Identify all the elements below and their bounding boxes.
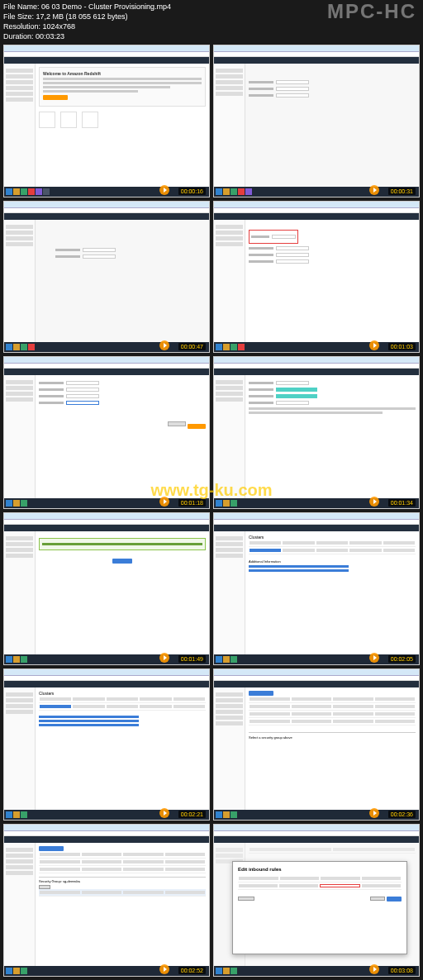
play-icon [159,653,169,663]
password-input [83,248,116,252]
timestamp: 00:01:34 [388,499,416,507]
database-name-input [276,80,309,84]
vpc-security-group-select [276,388,317,392]
timestamp: 00:02:36 [388,811,416,818]
play-icon [159,964,169,974]
manage-icon [60,112,77,128]
thumbnail[interactable]: 00:00:31 [213,45,420,197]
thumbnails-grid: Welcome to Amazon Redshift 00:00:16 [3,45,420,977]
timestamp: 00:00:47 [178,343,206,350]
aws-nav [4,57,209,64]
load-query-icon [82,112,98,128]
timestamp: 00:01:03 [388,343,416,350]
timestamp: 00:02:21 [178,811,206,818]
timestamp: 00:03:08 [388,967,416,974]
node-type-select [272,235,296,239]
edit-button [39,885,50,889]
page-title: Welcome to Amazon Redshift [43,71,202,76]
play-icon [369,185,379,195]
close-button [112,559,132,564]
continue-button [188,424,206,429]
play-icon [369,964,379,974]
play-icon [369,653,379,663]
play-icon [159,497,169,507]
sidebar [4,64,36,187]
thumbnail[interactable]: 00:01:49 [3,512,210,665]
timestamp: 00:00:31 [388,188,416,195]
thumbnail[interactable]: Security Group: sg-deeeaba 00:02:52 [3,824,210,977]
thumbnail[interactable]: 00:00:47 [3,201,210,354]
timestamp: 00:02:52 [178,967,206,974]
browser-chrome [4,45,209,52]
file-info-panel: File Name: 06 03 Demo - Cluster Provisio… [3,2,171,41]
thumbnail[interactable]: 00:01:34 [213,356,420,509]
play-icon [369,497,379,507]
thumbnail[interactable]: Welcome to Amazon Redshift 00:00:16 [3,45,210,197]
previous-button [168,421,186,426]
thumbnail[interactable]: 00:01:03 [213,201,420,354]
thumbnail[interactable]: Select a security group above 00:02:36 [213,668,420,821]
create-cluster-icon [39,112,55,128]
save-button [387,897,402,902]
timestamp: 00:01:49 [178,655,206,663]
play-icon [159,185,169,195]
timestamp: 00:01:18 [178,499,206,507]
timestamp: 00:02:05 [388,655,416,663]
add-rule-button [238,897,254,901]
launch-cluster-button [43,95,68,100]
additional-info-heading: Additional Information [249,559,416,564]
thumbnail[interactable]: Edit inbound rules 00:03:08 [213,824,420,977]
cancel-button [370,897,385,901]
timestamp: 00:00:16 [178,188,206,195]
thumbnail[interactable]: Clusters Additional Information 00:02:05 [213,512,420,665]
edit-inbound-modal: Edit inbound rules [232,861,407,954]
thumbnail[interactable]: 00:01:18 [3,356,210,509]
thumbnail[interactable]: Clusters 00:02:21 [3,668,210,821]
table-header [249,540,416,547]
app-title: MPC-HC [327,0,416,23]
table-row [249,547,416,554]
